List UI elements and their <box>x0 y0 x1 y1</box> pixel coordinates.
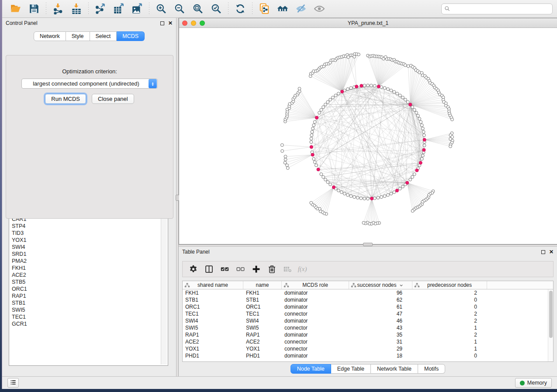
network-node[interactable] <box>409 178 412 181</box>
column-header-predecessor-nodes[interactable]: predecessor nodes <box>412 281 487 289</box>
minimize-traffic-light[interactable] <box>191 21 196 26</box>
network-node[interactable] <box>312 158 315 161</box>
network-node[interactable] <box>310 134 313 137</box>
table-scrollbar[interactable] <box>548 289 553 361</box>
hide-selected-button[interactable] <box>292 1 310 16</box>
network-node[interactable] <box>284 158 287 161</box>
zoom-fit-button[interactable] <box>189 1 207 16</box>
mcds-result-item[interactable]: RAP1 <box>10 292 161 299</box>
table-row[interactable]: RAP1RAP1dominator352 <box>183 331 553 338</box>
network-node[interactable] <box>346 193 349 196</box>
network-node[interactable] <box>398 94 401 97</box>
network-node[interactable] <box>280 144 284 147</box>
network-node[interactable] <box>310 141 313 144</box>
network-node[interactable] <box>347 55 350 58</box>
network-node[interactable] <box>413 173 416 176</box>
network-node[interactable] <box>420 158 423 161</box>
network-node[interactable] <box>337 189 340 192</box>
mcds-result-item[interactable]: YOX1 <box>10 237 161 244</box>
tab-network[interactable]: Network <box>34 31 66 41</box>
network-node[interactable] <box>326 181 329 184</box>
network-node[interactable] <box>320 108 323 111</box>
gear-button[interactable] <box>186 263 200 276</box>
zoom-in-button[interactable] <box>152 1 170 16</box>
network-node[interactable] <box>383 86 386 89</box>
tab-motifs[interactable]: Motifs <box>418 364 445 374</box>
network-node[interactable] <box>332 96 335 99</box>
network-node[interactable] <box>451 118 454 121</box>
add-button[interactable] <box>249 263 263 276</box>
network-node[interactable] <box>420 124 423 127</box>
network-node[interactable] <box>416 114 419 117</box>
run-mcds-button[interactable]: Run MCDS <box>45 94 86 104</box>
zoom-out-button[interactable] <box>170 1 189 16</box>
network-node[interactable] <box>340 191 343 194</box>
mcds-hub-node[interactable] <box>423 138 426 141</box>
delete-button[interactable] <box>265 263 279 276</box>
close-panel-button[interactable]: Close panel <box>92 94 134 104</box>
mcds-hub-node[interactable] <box>405 181 408 184</box>
network-node[interactable] <box>449 145 452 148</box>
network-node[interactable] <box>393 191 396 194</box>
open-button[interactable] <box>7 1 25 16</box>
network-node[interactable] <box>322 175 325 179</box>
deselect-all-button[interactable] <box>233 263 247 276</box>
network-node[interactable] <box>380 196 383 199</box>
network-node[interactable] <box>393 90 396 93</box>
network-node[interactable] <box>310 201 313 204</box>
mcds-result-item[interactable]: SRD1 <box>10 251 161 258</box>
network-node[interactable] <box>390 89 393 92</box>
mcds-hub-node[interactable] <box>419 161 422 164</box>
search-input[interactable] <box>441 3 553 14</box>
network-node[interactable] <box>353 196 356 199</box>
mcds-result-item[interactable]: STP4 <box>10 223 161 230</box>
import-table-button[interactable] <box>67 1 86 16</box>
float-window-icon[interactable] <box>160 21 164 25</box>
network-node[interactable] <box>349 86 353 89</box>
network-node[interactable] <box>367 197 370 200</box>
network-node[interactable] <box>286 164 289 167</box>
network-node[interactable] <box>422 154 425 157</box>
network-node[interactable] <box>349 195 353 198</box>
mcds-result-item[interactable]: GCR1 <box>10 320 161 327</box>
network-node[interactable] <box>387 193 390 196</box>
table-row[interactable]: STB1STB1dominator620 <box>183 296 553 303</box>
table-row[interactable]: PHD1PHD1dominator180 <box>183 352 553 359</box>
network-node[interactable] <box>383 195 386 198</box>
mcds-result-item[interactable]: SWI4 <box>10 244 161 251</box>
network-node[interactable] <box>377 196 380 199</box>
table-scrollbar-thumb[interactable] <box>549 291 553 338</box>
network-node[interactable] <box>334 94 337 97</box>
network-node[interactable] <box>418 117 421 120</box>
mcds-hub-node[interactable] <box>422 148 426 151</box>
mcds-hub-node[interactable] <box>332 186 335 189</box>
network-canvas[interactable] <box>179 28 557 244</box>
first-neighbors-button[interactable] <box>273 1 292 16</box>
network-node[interactable] <box>419 120 422 124</box>
zoom-selected-button[interactable] <box>207 1 225 16</box>
mcds-result-item[interactable]: STB1 <box>10 299 161 306</box>
export-network-button[interactable] <box>91 1 110 16</box>
mcds-result-item[interactable]: SWI5 <box>10 306 161 313</box>
horizontal-splitter[interactable] <box>179 244 557 247</box>
mcds-hub-node[interactable] <box>395 189 398 192</box>
mcds-result-item[interactable]: STB5 <box>10 279 161 285</box>
network-graph[interactable] <box>179 28 557 243</box>
table-row[interactable]: FKH1FKH1dominator962 <box>183 289 553 296</box>
network-node[interactable] <box>356 196 359 199</box>
select-all-button[interactable] <box>218 263 232 276</box>
optimization-criterion-select[interactable]: largest connected component (undirected)… <box>21 79 158 89</box>
zoom-traffic-light[interactable] <box>200 21 205 26</box>
splitter-handle[interactable] <box>363 243 373 246</box>
network-node[interactable] <box>411 106 414 109</box>
network-node[interactable] <box>312 124 315 127</box>
network-node[interactable] <box>413 108 416 111</box>
tab-edge-table[interactable]: Edge Table <box>331 364 371 374</box>
mcds-hub-node[interactable] <box>360 84 363 87</box>
memory-button[interactable]: Memory <box>515 378 552 388</box>
table-row[interactable]: YOX1YOX1connector291 <box>183 345 553 352</box>
refresh-button[interactable] <box>231 1 249 16</box>
network-node[interactable] <box>373 84 376 87</box>
column-header-successor-nodes[interactable]: successor nodes <box>349 281 412 289</box>
column-header-MCDS-role[interactable]: MCDS role <box>282 281 349 289</box>
